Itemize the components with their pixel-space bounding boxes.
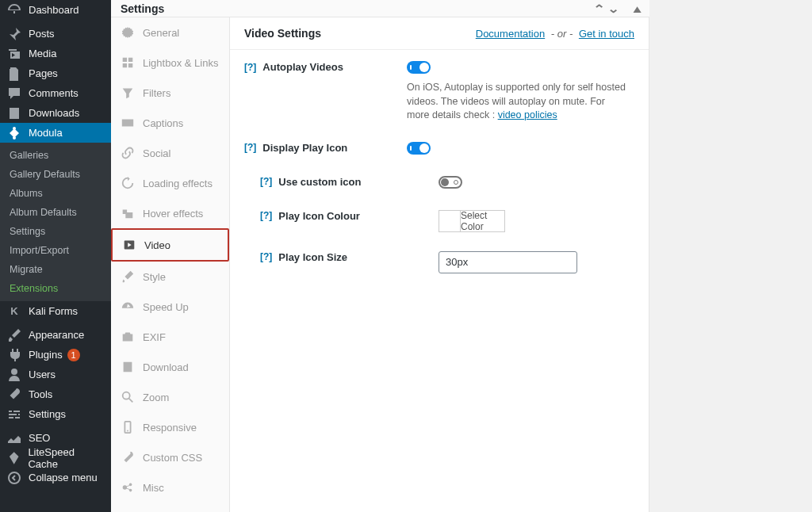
tab-label: Style	[143, 271, 166, 283]
nav-modula[interactable]: Modula	[0, 123, 111, 143]
get-in-touch-link[interactable]: Get in touch	[579, 28, 634, 40]
nav-posts[interactable]: Posts	[0, 24, 111, 44]
tab-zoom[interactable]: Zoom	[111, 382, 229, 412]
nav-settings[interactable]: Settings	[0, 404, 111, 424]
nav-label: LiteSpeed Cache	[28, 446, 105, 470]
panel-move-down[interactable]: ⌄	[607, 2, 620, 15]
nav-dashboard[interactable]: Dashboard	[0, 0, 111, 20]
tools-icon	[6, 387, 22, 403]
tab-general[interactable]: General	[111, 17, 229, 48]
user-icon	[6, 367, 22, 383]
gear-icon	[121, 25, 135, 40]
tab-lightbox[interactable]: Lightbox & Links	[111, 48, 229, 78]
panel-move-up[interactable]: ⌃	[593, 2, 606, 15]
play-icon	[122, 238, 136, 252]
nav-plugins[interactable]: Plugins1	[0, 345, 111, 365]
misc-icon	[121, 480, 135, 495]
field-use-custom-icon: ?Use custom icon	[230, 165, 649, 199]
hover-icon	[121, 206, 135, 220]
help-icon[interactable]: ?	[244, 142, 256, 153]
select-color-label: Select Color	[461, 211, 504, 231]
dl-icon	[121, 360, 135, 374]
page-icon	[6, 66, 22, 82]
tab-social[interactable]: Social	[111, 138, 229, 168]
help-icon[interactable]: ?	[244, 62, 256, 73]
nav-label: Downloads	[29, 107, 79, 119]
tab-label: Responsive	[143, 422, 197, 434]
nav-appearance[interactable]: Appearance	[0, 325, 111, 345]
tab-speed-up[interactable]: Speed Up	[111, 292, 229, 322]
tab-responsive[interactable]: Responsive	[111, 412, 229, 442]
subnav-albums[interactable]: Albums	[0, 184, 111, 203]
video-policies-link[interactable]: video policies	[498, 109, 557, 120]
grid-icon	[121, 55, 135, 70]
display-play-icon-toggle[interactable]	[407, 142, 431, 155]
custom-icon-toggle[interactable]	[439, 176, 462, 189]
nav-comments[interactable]: Comments	[0, 83, 111, 103]
nav-media[interactable]: Media	[0, 44, 111, 63]
comment-icon	[6, 86, 22, 101]
tab-download[interactable]: Download	[111, 352, 229, 382]
nav-label: Dashboard	[29, 4, 79, 16]
tab-video[interactable]: Video	[111, 228, 229, 262]
plug-icon	[6, 347, 22, 363]
tab-exif[interactable]: EXIF	[111, 322, 229, 352]
tab-filters[interactable]: Filters	[111, 78, 229, 108]
nav-label: Kali Forms	[29, 305, 78, 317]
download-icon	[6, 105, 22, 121]
help-icon[interactable]: ?	[260, 210, 272, 221]
tab-hover-effects[interactable]: Hover effects	[111, 198, 229, 228]
subnav-import-export[interactable]: Import/Export	[0, 241, 111, 260]
litespeed-icon	[6, 450, 21, 466]
field-label: Use custom icon	[278, 176, 361, 188]
gauge-icon	[121, 300, 135, 314]
tab-captions[interactable]: Captions	[111, 108, 229, 138]
tab-label: Social	[143, 147, 170, 159]
field-autoplay-videos: ?Autoplay Videos On iOS, Autoplay is sup…	[230, 50, 649, 131]
subnav-settings[interactable]: Settings	[0, 222, 111, 241]
nav-kali-forms[interactable]: KKali Forms	[0, 301, 111, 321]
subnav-extensions[interactable]: Extensions	[0, 279, 111, 298]
select-color-button[interactable]: Select Color	[439, 210, 505, 232]
tab-label: Hover effects	[143, 208, 203, 220]
tab-custom-css[interactable]: Custom CSS	[111, 442, 229, 472]
nav-litespeed[interactable]: LiteSpeed Cache	[0, 448, 111, 468]
tab-label: Custom CSS	[143, 452, 202, 464]
field-label: Play Icon Size	[278, 251, 347, 263]
tab-style[interactable]: Style	[111, 262, 229, 292]
nav-tools[interactable]: Tools	[0, 384, 111, 404]
plugins-badge: 1	[67, 349, 80, 361]
nav-collapse-menu[interactable]: Collapse menu	[0, 468, 111, 487]
field-label: Play Icon Colour	[278, 210, 360, 222]
color-swatch	[439, 211, 461, 231]
tab-label: General	[143, 27, 179, 39]
nav-seo[interactable]: SEO	[0, 428, 111, 448]
svg-point-4	[127, 430, 128, 432]
subnav-gallery-defaults[interactable]: Gallery Defaults	[0, 165, 111, 184]
help-icon[interactable]: ?	[260, 176, 272, 187]
field-label: Display Play Icon	[262, 142, 347, 154]
pin-icon	[6, 26, 22, 42]
panel-toggle[interactable]: ▴	[634, 2, 641, 15]
play-icon-size-input[interactable]	[439, 251, 577, 273]
nav-label: Comments	[29, 87, 79, 99]
tab-misc[interactable]: Misc	[111, 472, 229, 502]
nav-downloads[interactable]: Downloads	[0, 103, 111, 123]
nav-label: Appearance	[29, 329, 84, 341]
zoom-icon	[121, 390, 135, 404]
autoplay-toggle[interactable]	[407, 61, 431, 74]
tab-loading-effects[interactable]: Loading effects	[111, 168, 229, 198]
tab-label: Download	[143, 361, 189, 373]
subnav-album-defaults[interactable]: Album Defaults	[0, 203, 111, 222]
documentation-link[interactable]: Documentation	[476, 28, 545, 40]
tab-label: Misc	[143, 482, 164, 494]
subnav-migrate[interactable]: Migrate	[0, 260, 111, 279]
nav-pages[interactable]: Pages	[0, 63, 111, 83]
help-icon[interactable]: ?	[260, 251, 272, 262]
filter-icon	[121, 86, 135, 100]
nav-label: Tools	[29, 388, 52, 400]
camera-icon	[121, 330, 135, 344]
subnav-galleries[interactable]: Galleries	[0, 146, 111, 165]
nav-users[interactable]: Users	[0, 365, 111, 384]
settings-panel-header: Settings ⌃ ⌄ ▴	[111, 0, 649, 17]
